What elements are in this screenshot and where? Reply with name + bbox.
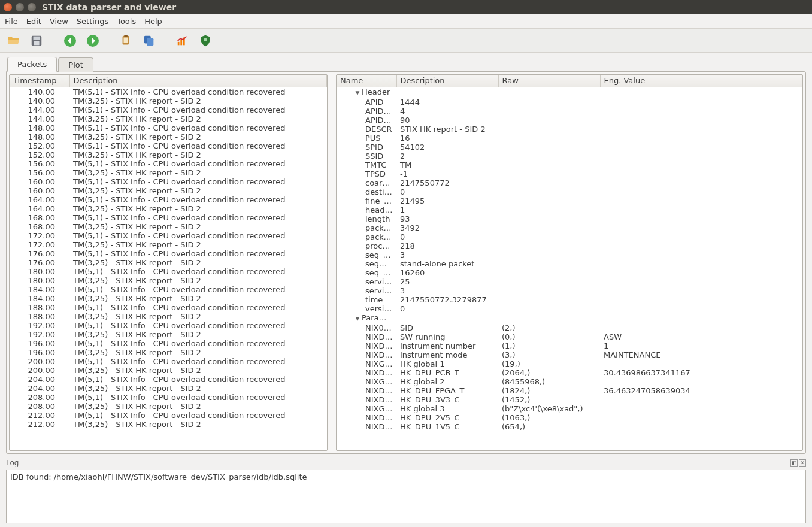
table-row[interactable]: 212.00TM(5,1) - STIX Info - CPU overload…: [10, 411, 327, 420]
table-row[interactable]: 180.00TM(5,1) - STIX Info - CPU overload…: [10, 267, 327, 276]
table-row[interactable]: 188.00TM(5,1) - STIX Info - CPU overload…: [10, 303, 327, 312]
tree-row[interactable]: heade...1: [337, 205, 802, 214]
tab-packets[interactable]: Packets: [7, 57, 57, 72]
save-button[interactable]: [28, 32, 46, 50]
tree-row[interactable]: NIXD0...Instrument number(1,)1: [337, 341, 802, 350]
table-row[interactable]: 168.00TM(5,1) - STIX Info - CPU overload…: [10, 213, 327, 222]
tree-row[interactable]: ▼Header: [337, 87, 802, 98]
tree-row[interactable]: ▼Parameters: [337, 313, 802, 323]
table-row[interactable]: 188.00TM(3,25) - STIX HK report - SID 2: [10, 312, 327, 321]
menu-help[interactable]: Help: [144, 17, 162, 26]
window-close-icon[interactable]: [4, 3, 12, 11]
tree-row[interactable]: SSID2: [337, 152, 802, 160]
log-close-icon[interactable]: ✕: [799, 459, 806, 467]
tree-row[interactable]: fine_ti...21495: [337, 196, 802, 205]
log-detach-icon[interactable]: ◧: [790, 459, 798, 467]
table-row[interactable]: 172.00TM(5,1) - STIX Info - CPU overload…: [10, 231, 327, 240]
table-row[interactable]: 152.00TM(5,1) - STIX Info - CPU overload…: [10, 141, 327, 150]
tree-row[interactable]: NIXD0...HK_DPU_PCB_T(2064,)30.4369866373…: [337, 368, 802, 377]
copy-button[interactable]: [140, 32, 158, 50]
table-row[interactable]: 200.00TM(3,25) - STIX HK report - SID 2: [10, 366, 327, 375]
tree-row[interactable]: coarse...2147550772: [337, 178, 802, 187]
table-row[interactable]: 192.00TM(3,25) - STIX HK report - SID 2: [10, 330, 327, 339]
table-row[interactable]: 144.00TM(3,25) - STIX HK report - SID 2: [10, 114, 327, 123]
detail-tree-wrap[interactable]: Name Description Raw Eng. Value ▼HeaderA…: [336, 74, 803, 451]
col-description-r[interactable]: Description: [396, 75, 498, 87]
menu-file[interactable]: File: [5, 17, 18, 26]
tree-row[interactable]: SPID54102: [337, 143, 802, 152]
table-row[interactable]: 204.00TM(5,1) - STIX Info - CPU overload…: [10, 375, 327, 384]
menu-edit[interactable]: Edit: [26, 17, 41, 26]
tree-row[interactable]: PUS16: [337, 134, 802, 143]
tree-row[interactable]: destin...0: [337, 187, 802, 196]
table-row[interactable]: 180.00TM(3,25) - STIX HK report - SID 2: [10, 276, 327, 285]
table-row[interactable]: 160.00TM(5,1) - STIX Info - CPU overload…: [10, 177, 327, 186]
table-row[interactable]: 200.00TM(5,1) - STIX Info - CPU overload…: [10, 357, 327, 366]
tree-row[interactable]: length93: [337, 214, 802, 223]
open-button[interactable]: [5, 32, 23, 50]
col-eng[interactable]: Eng. Value: [600, 75, 802, 87]
col-timestamp[interactable]: Timestamp: [10, 75, 69, 87]
tree-row[interactable]: APID_p...4: [337, 107, 802, 116]
tree-row[interactable]: packet...3492: [337, 223, 802, 232]
tree-row[interactable]: NIXD0...HK_DPU_3V3_C(1452,): [337, 395, 802, 404]
col-description[interactable]: Description: [69, 75, 327, 87]
table-row[interactable]: 164.00TM(3,25) - STIX HK report - SID 2: [10, 204, 327, 213]
shield-button[interactable]: [196, 32, 214, 50]
table-row[interactable]: 148.00TM(5,1) - STIX Info - CPU overload…: [10, 123, 327, 132]
tree-row[interactable]: DESCRSTIX HK report - SID 2: [337, 125, 802, 134]
table-row[interactable]: 212.00TM(3,25) - STIX HK report - SID 2: [10, 420, 327, 429]
chart-button[interactable]: [174, 32, 192, 50]
table-row[interactable]: 184.00TM(5,1) - STIX Info - CPU overload…: [10, 285, 327, 294]
tree-row[interactable]: NIXD0...HK_DPU_1V5_C(654,): [337, 422, 802, 431]
col-raw[interactable]: Raw: [498, 75, 600, 87]
tab-plot[interactable]: Plot: [58, 57, 93, 72]
table-row[interactable]: 208.00TM(3,25) - STIX HK report - SID 2: [10, 402, 327, 411]
tree-row[interactable]: NIXD0...SW running(0,)ASW: [337, 332, 802, 341]
clipboard-button[interactable]: [117, 32, 135, 50]
table-row[interactable]: 148.00TM(3,25) - STIX HK report - SID 2: [10, 132, 327, 141]
tree-row[interactable]: NIXD0...Instrument mode(3,)MAINTENANCE: [337, 350, 802, 359]
tree-row[interactable]: NIX00...SID(2,): [337, 323, 802, 332]
menu-settings[interactable]: Settings: [77, 17, 108, 26]
col-name[interactable]: Name: [337, 75, 396, 87]
table-row[interactable]: 160.00TM(3,25) - STIX HK report - SID 2: [10, 186, 327, 195]
tree-row[interactable]: segme...stand-alone packet: [337, 259, 802, 268]
packets-table-wrap[interactable]: Timestamp Description 140.00TM(5,1) - ST…: [9, 74, 328, 451]
expand-arrow-icon[interactable]: ▼: [355, 314, 360, 323]
table-row[interactable]: 144.00TM(5,1) - STIX Info - CPU overload…: [10, 105, 327, 114]
window-minimize-icon[interactable]: [16, 3, 24, 11]
window-maximize-icon[interactable]: [28, 3, 36, 11]
tree-row[interactable]: NIXG0...HK global 1(19,): [337, 359, 802, 368]
table-row[interactable]: 176.00TM(3,25) - STIX HK report - SID 2: [10, 258, 327, 267]
tree-row[interactable]: proces...218: [337, 241, 802, 250]
tree-row[interactable]: seq_co...16260: [337, 268, 802, 277]
table-row[interactable]: 196.00TM(3,25) - STIX HK report - SID 2: [10, 348, 327, 357]
table-row[interactable]: 184.00TM(3,25) - STIX HK report - SID 2: [10, 294, 327, 303]
tree-row[interactable]: seg_flag3: [337, 250, 802, 259]
tree-row[interactable]: APID1444: [337, 98, 802, 107]
tree-row[interactable]: NIXG0...HK global 2(8455968,): [337, 377, 802, 386]
tree-row[interactable]: version0: [337, 304, 802, 313]
table-row[interactable]: 164.00TM(5,1) - STIX Info - CPU overload…: [10, 195, 327, 204]
tree-row[interactable]: NIXD0...HK_DPU_FPGA_T(1824,)36.463247058…: [337, 386, 802, 395]
table-row[interactable]: 140.00TM(3,25) - STIX HK report - SID 2: [10, 96, 327, 105]
tree-row[interactable]: NIXG0...HK global 3(b"Z\xc4'(\xe8\xad",): [337, 404, 802, 413]
tree-row[interactable]: time2147550772.3279877: [337, 295, 802, 304]
menu-view[interactable]: View: [50, 17, 68, 26]
table-row[interactable]: 156.00TM(5,1) - STIX Info - CPU overload…: [10, 159, 327, 168]
table-row[interactable]: 176.00TM(5,1) - STIX Info - CPU overload…: [10, 249, 327, 258]
tree-row[interactable]: servic...3: [337, 286, 802, 295]
table-row[interactable]: 204.00TM(3,25) - STIX HK report - SID 2: [10, 384, 327, 393]
table-row[interactable]: 192.00TM(5,1) - STIX Info - CPU overload…: [10, 321, 327, 330]
table-row[interactable]: 208.00TM(5,1) - STIX Info - CPU overload…: [10, 393, 327, 402]
forward-button[interactable]: [84, 32, 102, 50]
table-row[interactable]: 156.00TM(3,25) - STIX HK report - SID 2: [10, 168, 327, 177]
back-button[interactable]: [61, 32, 79, 50]
menu-tools[interactable]: Tools: [117, 17, 136, 26]
log-box[interactable]: IDB found: /home/xiaohl/FHNW/STIX/softwa…: [6, 470, 806, 523]
table-row[interactable]: 152.00TM(3,25) - STIX HK report - SID 2: [10, 150, 327, 159]
tree-row[interactable]: TMTCTM: [337, 160, 802, 169]
tree-row[interactable]: TPSD-1: [337, 169, 802, 178]
table-row[interactable]: 168.00TM(3,25) - STIX HK report - SID 2: [10, 222, 327, 231]
